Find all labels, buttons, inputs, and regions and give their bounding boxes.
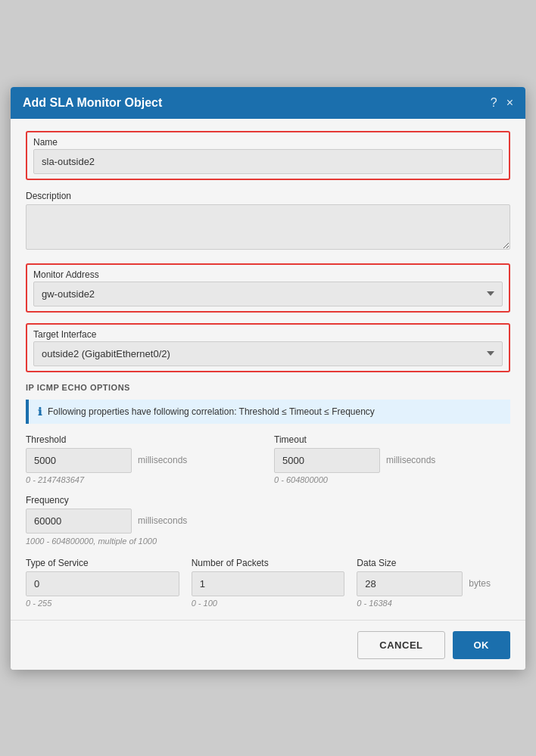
monitor-address-select[interactable]: gw-outside2 (33, 282, 503, 306)
dialog-title: Add SLA Monitor Object (23, 96, 162, 110)
timeout-input-group: milliseconds (274, 448, 510, 473)
tos-packets-datasize-row: Type of Service 0 - 255 Number of Packet… (26, 558, 510, 608)
name-group: Name (26, 131, 510, 180)
datasize-input[interactable] (357, 571, 463, 596)
packets-col: Number of Packets 0 - 100 (192, 558, 345, 608)
dialog-body: Name Description Monitor Address gw-outs… (11, 119, 525, 620)
tos-range: 0 - 255 (26, 599, 179, 608)
monitor-address-group: Monitor Address gw-outside2 (26, 263, 510, 313)
tos-col: Type of Service 0 - 255 (26, 558, 179, 608)
dialog-header: Add SLA Monitor Object ? × (11, 87, 525, 119)
threshold-unit: milliseconds (138, 455, 187, 465)
frequency-group: Frequency milliseconds 1000 - 604800000,… (26, 495, 510, 547)
packets-range: 0 - 100 (192, 599, 345, 608)
datasize-range: 0 - 16384 (357, 599, 510, 608)
close-icon[interactable]: × (506, 96, 513, 110)
timeout-range: 0 - 604800000 (274, 475, 510, 484)
frequency-input[interactable] (26, 509, 132, 534)
threshold-timeout-row: Threshold milliseconds 0 - 2147483647 Ti… (26, 434, 510, 484)
frequency-input-group: milliseconds (26, 509, 510, 534)
monitor-address-wrapper: Monitor Address gw-outside2 (26, 263, 510, 313)
threshold-range: 0 - 2147483647 (26, 475, 262, 484)
ok-button[interactable]: OK (453, 631, 511, 659)
threshold-label: Threshold (26, 434, 262, 445)
tos-label: Type of Service (26, 558, 179, 568)
section-title: IP ICMP ECHO OPTIONS (26, 383, 510, 392)
header-icons: ? × (491, 96, 513, 110)
target-interface-group: Target Interface outside2 (GigabitEthern… (26, 323, 510, 372)
datasize-input-group: bytes (357, 571, 510, 596)
datasize-col: Data Size bytes 0 - 16384 (357, 558, 510, 608)
timeout-label: Timeout (274, 434, 510, 445)
threshold-input[interactable] (26, 448, 132, 473)
description-input[interactable] (26, 204, 510, 250)
threshold-input-group: milliseconds (26, 448, 262, 473)
frequency-unit: milliseconds (138, 515, 187, 526)
datasize-label: Data Size (357, 558, 510, 568)
frequency-label: Frequency (26, 495, 510, 506)
name-input[interactable] (33, 149, 503, 174)
cancel-button[interactable]: CANCEL (357, 631, 444, 659)
packets-label: Number of Packets (192, 558, 345, 568)
timeout-input[interactable] (274, 448, 380, 473)
dialog-footer: CANCEL OK (11, 620, 525, 670)
target-interface-wrapper: Target Interface outside2 (GigabitEthern… (26, 323, 510, 372)
frequency-range: 1000 - 604800000, multiple of 1000 (26, 537, 157, 546)
info-banner: ℹ Following properties have following co… (26, 400, 510, 424)
threshold-col: Threshold milliseconds 0 - 2147483647 (26, 434, 262, 484)
packets-input[interactable] (192, 571, 345, 596)
name-label: Name (33, 137, 503, 148)
description-group: Description (26, 191, 510, 253)
add-sla-monitor-dialog: Add SLA Monitor Object ? × Name Descript… (11, 87, 525, 670)
help-icon[interactable]: ? (491, 96, 497, 110)
timeout-col: Timeout milliseconds 0 - 604800000 (274, 434, 510, 484)
target-interface-select[interactable]: outside2 (GigabitEthernet0/2) (33, 341, 503, 366)
description-label: Description (26, 191, 510, 201)
tos-input[interactable] (26, 571, 179, 596)
target-interface-label: Target Interface (33, 329, 503, 340)
datasize-unit: bytes (469, 578, 491, 589)
monitor-address-label: Monitor Address (33, 269, 503, 280)
info-banner-text: Following properties have following corr… (48, 406, 375, 417)
name-field-wrapper: Name (26, 131, 510, 180)
info-icon: ℹ (38, 406, 42, 418)
timeout-unit: milliseconds (386, 455, 435, 465)
